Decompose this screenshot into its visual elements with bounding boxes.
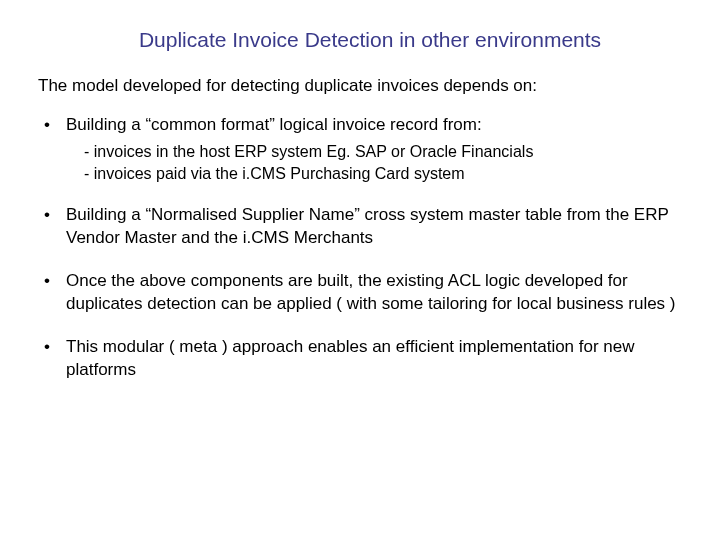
sub-list: - invoices in the host ERP system Eg. SA… bbox=[66, 141, 682, 184]
list-item: Building a “Normalised Supplier Name” cr… bbox=[38, 204, 682, 250]
bullet-list: Building a “common format” logical invoi… bbox=[38, 114, 682, 382]
bullet-text: Once the above components are built, the… bbox=[66, 271, 676, 313]
list-item: Once the above components are built, the… bbox=[38, 270, 682, 316]
bullet-text: Building a “common format” logical invoi… bbox=[66, 115, 482, 134]
list-item: This modular ( meta ) approach enables a… bbox=[38, 336, 682, 382]
sub-item: - invoices in the host ERP system Eg. SA… bbox=[66, 141, 682, 163]
bullet-text: Building a “Normalised Supplier Name” cr… bbox=[66, 205, 668, 247]
slide-title: Duplicate Invoice Detection in other env… bbox=[38, 28, 682, 52]
sub-item: - invoices paid via the i.CMS Purchasing… bbox=[66, 163, 682, 185]
bullet-text: This modular ( meta ) approach enables a… bbox=[66, 337, 635, 379]
intro-text: The model developed for detecting duplic… bbox=[38, 76, 682, 96]
list-item: Building a “common format” logical invoi… bbox=[38, 114, 682, 184]
